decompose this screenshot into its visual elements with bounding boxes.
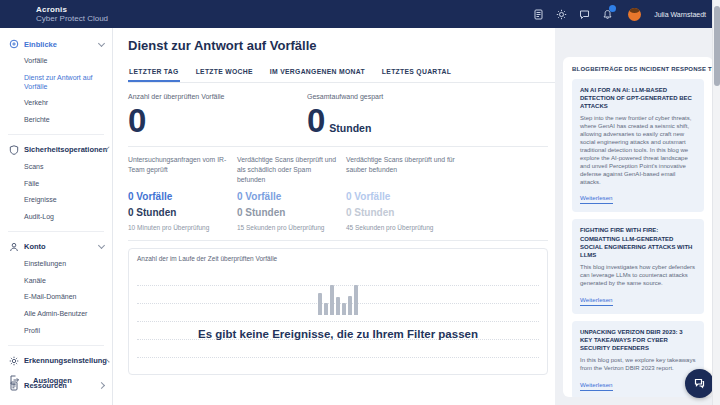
empty-message: Es gibt keine Ereignisse, die zu Ihrem F… [129, 328, 547, 340]
read-more-link[interactable]: Weiterlesen [580, 296, 613, 306]
notification-badge [609, 5, 616, 12]
sidebar-item-alle-admin-benutzer[interactable]: Alle Admin-Benutzer [0, 306, 112, 323]
sidebar-section-label: Sicherheitsoperationen [24, 145, 107, 154]
metric-ir-team: Untersuchungsanfragen vom IR-Team geprüf… [128, 155, 228, 231]
blog-card: FIGHTING FIRE WITH FIRE: COMBATTING LLM-… [572, 219, 704, 313]
page-title: Dienst zur Antwort auf Vorfälle [113, 38, 555, 53]
sidebar-item-einstellungen[interactable]: Einstellungen [0, 256, 112, 273]
blog-card: AN AI FOR AN AI: LLM-BASED DETECTION OF … [572, 79, 704, 212]
blog-body: Step into the new frontier of cyber thre… [580, 115, 696, 186]
stat-label: Gesamtaufwand gespart [307, 93, 486, 100]
sidebar-item-vorfaelle[interactable]: Vorfälle [0, 53, 112, 70]
metric-incidents: 0 Vorfälle [346, 191, 458, 202]
top-bar: Acronis Cyber Protect Cloud Julia Warnst… [0, 0, 720, 28]
sidebar-divider [8, 134, 104, 135]
app-window: Acronis Cyber Protect Cloud Julia Warnst… [0, 0, 720, 405]
sidebar-item-verkehr[interactable]: Verkehr [0, 95, 112, 112]
divider [128, 240, 548, 241]
report-icon[interactable] [532, 8, 544, 20]
blog-body: In this blog post, we explore key takeaw… [580, 357, 696, 373]
sidebar-section-sicherheitsoperationen[interactable]: Sicherheitsoperationen [0, 140, 112, 159]
metric-incidents: 0 Vorfälle [237, 191, 337, 202]
incidents-over-time-chart: Anzahl der im Laufe der Zeit überprüften… [128, 248, 548, 375]
read-more-link[interactable]: Weiterlesen [580, 194, 613, 204]
brand-name: Acronis [36, 5, 108, 14]
metric-heading: Verdächtige Scans überprüft und für saub… [346, 155, 458, 185]
shield-icon [9, 145, 19, 155]
sidebar-section-erkennungseinstellung[interactable]: Erkennungseinstellung [0, 351, 112, 370]
chevron-down-icon [106, 147, 110, 151]
sidebar-section-konto[interactable]: Konto [0, 237, 112, 256]
sidebar-item-ereignisse[interactable]: Ereignisse [0, 192, 112, 209]
sidebar-section-einblicke[interactable]: Einblicke [0, 34, 112, 53]
chat-icon [693, 377, 706, 390]
sidebar-divider [8, 231, 104, 232]
blog-panel: BLOGBEITRÄGE DES INCIDENT RESPONSE TEAMS… [563, 57, 713, 397]
blog-title: FIGHTING FIRE WITH FIRE: COMBATTING LLM-… [580, 226, 696, 258]
metric-incidents: 0 Vorfälle [128, 191, 228, 202]
acronis-logo: Acronis Cyber Protect Cloud [36, 5, 108, 23]
logout-icon [9, 375, 19, 385]
brand-product: Cyber Protect Cloud [36, 14, 108, 23]
vertical-scrollbar[interactable] [712, 0, 720, 405]
logout-label: Ausloggen [33, 376, 72, 385]
gear-icon [9, 356, 19, 366]
empty-state: Es gibt keine Ereignisse, die zu Ihrem F… [129, 282, 547, 340]
bar-chart-placeholder-icon [318, 282, 358, 315]
stat-label: Anzahl der überprüften Vorfälle [128, 93, 307, 100]
support-chat-button[interactable] [685, 369, 714, 398]
tab-letzter-tag[interactable]: LETZTER TAG [128, 64, 180, 82]
chevron-down-icon [98, 39, 105, 46]
user-icon [9, 242, 19, 252]
tab-letzte-woche[interactable]: LETZTE WOCHE [195, 64, 254, 82]
sidebar-item-berichte[interactable]: Berichte [0, 112, 112, 129]
metric-note: 45 Sekunden pro Überprüfung [346, 224, 458, 231]
metric-heading: Verdächtige Scans überprüft und als schä… [237, 155, 337, 185]
blog-title: UNPACKING VERIZON DBIR 2023: 3 KEY TAKEA… [580, 328, 696, 352]
time-range-tabs: LETZTER TAG LETZTE WOCHE IM VERGANGENEN … [128, 64, 555, 83]
user-name[interactable]: Julia Warnstaedt [654, 11, 706, 18]
blog-body: This blog investigates how cyber defende… [580, 264, 696, 288]
sidebar: Einblicke Vorfälle Dienst zur Antwort au… [0, 28, 113, 405]
tab-im-vergangenen-monat[interactable]: IM VERGANGENEN MONAT [269, 64, 366, 82]
sidebar-section-label: Einblicke [24, 40, 57, 49]
blog-sidebar-area: BLOGBEITRÄGE DES INCIDENT RESPONSE TEAMS… [555, 28, 720, 405]
logout-button[interactable]: Ausloggen [0, 371, 112, 389]
blog-panel-header: BLOGBEITRÄGE DES INCIDENT RESPONSE TEAMS [572, 66, 704, 72]
sidebar-item-dienst-zur-antwort[interactable]: Dienst zur Antwort auf Vorfälle [0, 70, 112, 96]
chat-bubble-icon[interactable] [578, 8, 590, 20]
sidebar-item-profil[interactable]: Profil [0, 323, 112, 340]
user-avatar[interactable] [628, 8, 641, 21]
sidebar-section-label: Erkennungseinstellung [24, 356, 107, 365]
divider [128, 146, 548, 147]
metric-hours: 0 Stunden [346, 207, 458, 218]
stat-unit: Stunden [329, 122, 371, 134]
metric-hours: 0 Stunden [237, 207, 337, 218]
chevron-down-icon [98, 242, 105, 249]
read-more-link[interactable]: Weiterlesen [580, 381, 613, 391]
sidebar-section-label: Konto [24, 242, 46, 251]
sidebar-item-faelle[interactable]: Fälle [0, 176, 112, 193]
metric-malicious-scans: Verdächtige Scans überprüft und als schä… [237, 155, 337, 231]
sidebar-divider [8, 345, 104, 346]
notifications-bell-icon[interactable] [601, 8, 613, 20]
main-content: Dienst zur Antwort auf Vorfälle LETZTER … [113, 28, 555, 405]
sidebar-item-email-domaenen[interactable]: E-Mail-Domänen [0, 289, 112, 306]
tab-letztes-quartal[interactable]: LETZTES QUARTAL [381, 64, 452, 82]
stat-value: 0 [128, 104, 146, 137]
gridline [137, 357, 539, 358]
metric-columns: Untersuchungsanfragen vom IR-Team geprüf… [113, 155, 555, 231]
stat-effort-saved: Gesamtaufwand gespart 0 Stunden [307, 93, 486, 137]
metric-hours: 0 Stunden [128, 207, 228, 218]
sidebar-item-kanaele[interactable]: Kanäle [0, 273, 112, 290]
settings-gear-icon[interactable] [555, 8, 567, 20]
summary-stats: Anzahl der überprüften Vorfälle 0 Gesamt… [113, 93, 555, 137]
metric-note: 15 Sekunden pro Überprüfung [237, 224, 337, 231]
stat-reviewed-incidents: Anzahl der überprüften Vorfälle 0 [128, 93, 307, 137]
sidebar-item-scans[interactable]: Scans [0, 159, 112, 176]
scrollbar-thumb[interactable] [714, 6, 720, 86]
sidebar-item-audit-log[interactable]: Audit-Log [0, 209, 112, 226]
blog-title: AN AI FOR AN AI: LLM-BASED DETECTION OF … [580, 86, 696, 110]
metric-heading: Untersuchungsanfragen vom IR-Team geprüf… [128, 155, 228, 185]
metric-clean-scans: Verdächtige Scans überprüft und für saub… [346, 155, 458, 231]
